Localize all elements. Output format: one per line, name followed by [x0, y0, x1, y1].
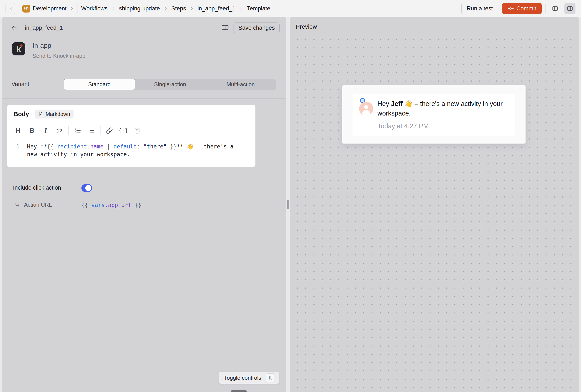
corner-down-right-icon: [14, 202, 20, 208]
variant-tab-single-action[interactable]: Single-action: [135, 79, 206, 90]
bullet-list-icon: [88, 127, 95, 134]
body-code-editor[interactable]: 1 Hey **{{ recipient.name | default: "th…: [7, 143, 256, 158]
liquid-variable-button[interactable]: { }: [118, 126, 128, 135]
notification-timestamp: Today at 4:27 PM: [378, 122, 429, 130]
docs-book-icon[interactable]: [221, 24, 229, 32]
chevron-right-icon: [238, 6, 244, 11]
topbar-actions: Run a test Commit: [461, 3, 576, 14]
top-bar: Development Workflowsshipping-updateStep…: [0, 0, 581, 17]
code-token: }}: [131, 202, 141, 208]
panel-left-icon: [552, 5, 558, 12]
person-icon: [359, 102, 373, 116]
code-token: [104, 143, 107, 150]
breadcrumb-item-Template[interactable]: Template: [247, 5, 270, 12]
channel-title: In-app: [32, 42, 86, 49]
code-token: default: [114, 143, 137, 150]
link-button[interactable]: [104, 126, 114, 135]
keyboard-shortcut-badge: K: [266, 373, 275, 382]
channel-subtitle: Send to Knock in-app: [32, 53, 86, 59]
toolbar-divider: [100, 126, 100, 135]
variant-tab-standard[interactable]: Standard: [64, 79, 135, 90]
chevron-right-icon: [110, 6, 116, 11]
divider: [2, 178, 286, 178]
notification-message: Hey Jeff 👋 – there's a new activity in y…: [378, 99, 511, 118]
recipient-name: Jeff: [391, 100, 403, 107]
toggle-knob: [85, 185, 92, 191]
topbar-divider: [546, 4, 546, 13]
toolbar-divider: [68, 126, 69, 135]
variant-label: Variant: [12, 81, 29, 87]
code-token: recipient: [57, 143, 87, 150]
quote-icon: [56, 127, 63, 134]
preview-header: Preview: [290, 17, 579, 36]
commit-button[interactable]: Commit: [502, 3, 542, 14]
code-token: **: [40, 143, 47, 150]
toggle-controls-button[interactable]: Toggle controls K: [219, 372, 279, 384]
code-token: Hey: [27, 143, 40, 150]
bullet-list-button[interactable]: [86, 126, 96, 135]
panel-right-icon: [566, 5, 573, 12]
ordered-list-button[interactable]: 12: [73, 126, 82, 135]
code-token: .app_url: [105, 202, 131, 208]
heading-button[interactable]: H: [13, 126, 23, 135]
svg-text:2: 2: [75, 131, 76, 133]
knock-logo: k: [12, 42, 25, 55]
code-token: vars: [92, 202, 105, 208]
formatting-toolbar: H B I 12 { }: [13, 125, 146, 136]
message-prefix: Hey: [378, 100, 391, 107]
include-click-action-toggle[interactable]: [82, 184, 92, 192]
code-token: .name: [87, 143, 104, 150]
body-editor-card: Body Markdown H B I 12: [7, 105, 256, 167]
toggle-controls-label: Toggle controls: [224, 375, 261, 381]
code-token: "there": [144, 143, 167, 150]
avatar: [359, 102, 373, 116]
body-code-content[interactable]: Hey **{{ recipient.name | default: "ther…: [27, 143, 246, 158]
chevron-right-icon: [189, 6, 194, 11]
bottom-toast-stub: [231, 390, 247, 392]
toggle-right-panel-button[interactable]: [564, 3, 576, 14]
code-token: {{: [47, 143, 57, 150]
environment-switcher[interactable]: Development: [20, 3, 78, 14]
back-button[interactable]: [6, 3, 16, 14]
action-url-value[interactable]: {{ vars.app_url }}: [82, 202, 141, 208]
preview-canvas: Hey Jeff 👋 – there's a new activity in y…: [290, 36, 578, 392]
commit-label: Commit: [516, 5, 536, 12]
template-editor-panel: in_app_feed_1 Save changes k In-app Send…: [2, 17, 286, 392]
environment-name: Development: [33, 5, 66, 12]
code-block-icon: [134, 127, 141, 134]
include-click-action-label: Include click action: [13, 185, 61, 193]
code-block-button[interactable]: [132, 126, 142, 135]
code-token: {{: [82, 202, 92, 208]
blockquote-button[interactable]: [54, 126, 64, 135]
breadcrumb-item-Steps[interactable]: Steps: [171, 5, 186, 12]
breadcrumb-item-in_app_feed_1[interactable]: in_app_feed_1: [198, 5, 236, 12]
panel-resize-handle[interactable]: [287, 200, 288, 209]
breadcrumb-item-Workflows[interactable]: Workflows: [81, 5, 108, 12]
toggle-left-panel-button[interactable]: [550, 3, 560, 14]
bold-button[interactable]: B: [27, 126, 37, 135]
variant-section: Variant StandardSingle-actionMulti-actio…: [2, 69, 286, 98]
save-changes-button[interactable]: Save changes: [234, 22, 280, 33]
italic-button[interactable]: I: [41, 126, 50, 135]
chevron-right-icon: [69, 6, 74, 11]
breadcrumb: Workflowsshipping-updateStepsin_app_feed…: [81, 5, 270, 12]
code-token: :: [137, 143, 144, 150]
code-token: }}: [170, 143, 176, 150]
breadcrumb-items: Workflowsshipping-updateStepsin_app_feed…: [81, 5, 270, 12]
format-badge[interactable]: Markdown: [35, 110, 74, 118]
curly-braces-icon: { }: [120, 127, 127, 134]
link-icon: [106, 127, 113, 134]
environment-folder-icon: [22, 5, 30, 12]
action-url-row: Action URL {{ vars.app_url }}: [14, 202, 52, 208]
ordered-list-icon: 12: [74, 127, 82, 134]
include-click-action-row: Include click action: [13, 183, 276, 194]
svg-text:1: 1: [75, 128, 76, 130]
arrow-left-icon[interactable]: [11, 24, 18, 31]
knock-logo-dot: [20, 44, 22, 47]
notification-card[interactable]: Hey Jeff 👋 – there's a new activity in y…: [353, 94, 515, 136]
action-url-label: Action URL: [24, 202, 52, 208]
run-a-test-button[interactable]: Run a test: [461, 3, 498, 14]
variant-tab-multi-action[interactable]: Multi-action: [205, 79, 276, 90]
body-label: Body: [14, 111, 29, 118]
breadcrumb-item-shipping-update[interactable]: shipping-update: [119, 5, 160, 12]
